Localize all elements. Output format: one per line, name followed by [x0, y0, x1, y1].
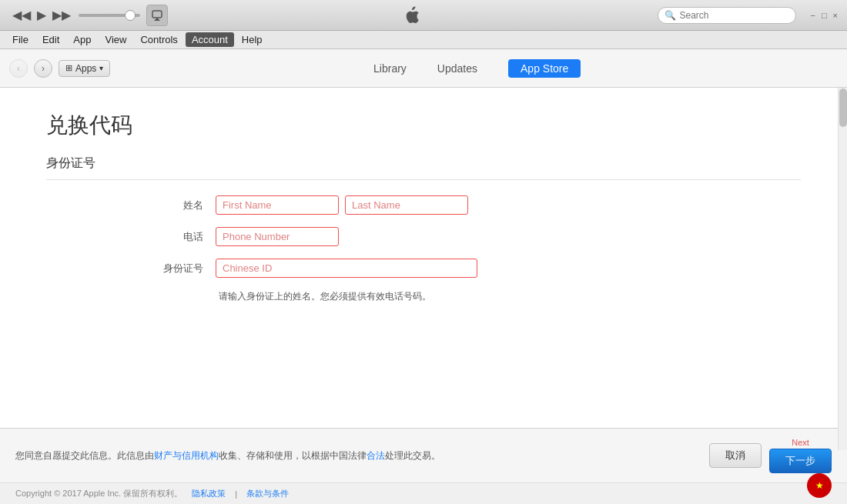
menu-view[interactable]: View [99, 32, 133, 47]
footer-text: 您同意自愿提交此信息。此信息由财产与信用机构收集、存储和使用，以根据中国法律合法… [15, 449, 440, 462]
id-row: 身份证号 [123, 259, 801, 278]
media-controls: ◀◀ ▶ ▶▶ [11, 5, 168, 26]
name-fields [216, 195, 468, 215]
id-field [216, 259, 477, 278]
apple-logo [174, 6, 651, 25]
menu-account[interactable]: Account [186, 32, 234, 47]
volume-slider[interactable] [79, 14, 140, 17]
phone-label: 电话 [123, 230, 216, 244]
airplay-button[interactable] [146, 5, 168, 26]
scrollbar-thumb[interactable] [839, 88, 847, 127]
hint-text: 请输入身份证上的姓名。您必须提供有效电话号码。 [216, 291, 431, 302]
body-area: 兑换代码 身份证号 姓名 电话 身份证号 [0, 88, 847, 450]
bottom-bar: 您同意自愿提交此信息。此信息由财产与信用机构收集、存储和使用，以根据中国法律合法… [0, 428, 847, 504]
footer-link-1[interactable]: 财产与信用机构 [154, 450, 219, 461]
cancel-button[interactable]: 取消 [709, 443, 762, 468]
privacy-link[interactable]: 隐私政策 [192, 488, 226, 499]
window-buttons: − □ × [808, 9, 839, 22]
back-button[interactable]: ◀◀ [11, 6, 32, 24]
menu-app[interactable]: App [67, 32, 97, 47]
menu-file[interactable]: File [6, 32, 35, 47]
close-button[interactable]: × [832, 9, 839, 22]
name-label: 姓名 [123, 199, 216, 212]
phone-row: 电话 [123, 227, 801, 246]
toolbar: ‹ › ⊞ Apps ▾ Library Updates App Store [0, 49, 847, 88]
first-name-input[interactable] [216, 195, 339, 215]
back-nav-button[interactable]: ‹ [9, 59, 28, 78]
maximize-button[interactable]: □ [820, 9, 829, 22]
last-name-input[interactable] [345, 195, 468, 215]
apps-dropdown[interactable]: ⊞ Apps ▾ [59, 60, 110, 77]
search-icon: 🔍 [665, 10, 676, 21]
next-label: Next [792, 438, 809, 447]
tab-appstore[interactable]: App Store [508, 59, 581, 78]
volume-thumb [125, 10, 136, 21]
terms-link[interactable]: 条款与条件 [246, 488, 289, 499]
scrollbar[interactable] [838, 88, 847, 450]
search-box[interactable]: 🔍 [658, 7, 796, 24]
apps-label: Apps [75, 63, 96, 74]
tab-library[interactable]: Library [373, 62, 407, 75]
menu-help[interactable]: Help [236, 32, 269, 47]
search-input[interactable] [679, 10, 789, 21]
dropdown-icon: ▾ [99, 64, 103, 72]
footer-link-2[interactable]: 合法 [367, 450, 385, 461]
play-button[interactable]: ▶ [35, 6, 48, 24]
id-input[interactable] [216, 259, 477, 278]
forward-button[interactable]: ▶▶ [51, 6, 72, 24]
next-button[interactable]: 下一步 [769, 449, 832, 473]
form-area: 姓名 电话 身份证号 请 [46, 195, 801, 303]
phone-field [216, 227, 339, 246]
titlebar: ◀◀ ▶ ▶▶ 🔍 − □ × [0, 0, 847, 31]
menu-edit[interactable]: Edit [36, 32, 65, 47]
section-title: 身份证号 [46, 155, 801, 180]
footer-actions: 取消 Next 下一步 [709, 438, 832, 473]
tab-updates[interactable]: Updates [437, 62, 477, 75]
menubar: File Edit App View Controls Account Help [0, 31, 847, 49]
copyright-text: Copyright © 2017 Apple Inc. 保留所有权利。 [15, 488, 182, 499]
phone-input[interactable] [216, 227, 339, 246]
forward-nav-button[interactable]: › [34, 59, 52, 78]
apps-icon: ⊞ [65, 63, 72, 73]
china-flag: ★ [807, 473, 832, 498]
name-row: 姓名 [123, 195, 801, 215]
separator: | [235, 489, 237, 499]
minimize-button[interactable]: − [808, 9, 816, 22]
id-label: 身份证号 [123, 262, 216, 275]
svg-rect-1 [152, 11, 162, 18]
tab-area: Library Updates App Store [116, 59, 838, 78]
page-title: 兑换代码 [46, 111, 801, 140]
menu-controls[interactable]: Controls [134, 32, 183, 47]
